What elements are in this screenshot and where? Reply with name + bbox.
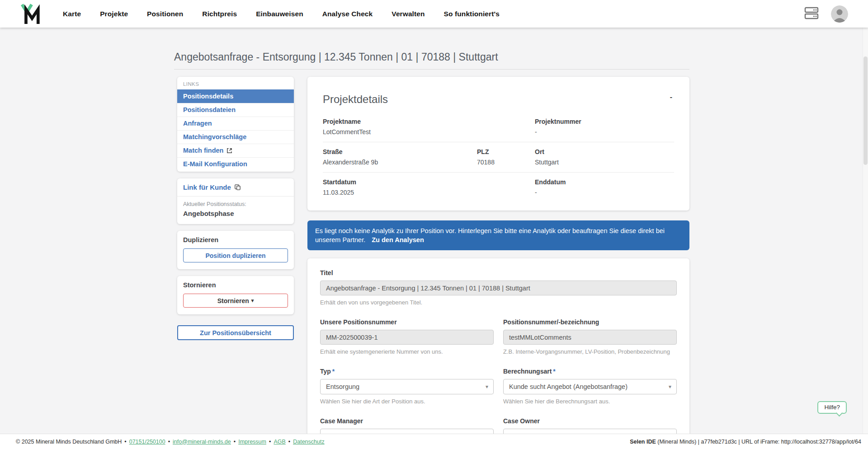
typ-label: Typ* [320,368,494,375]
cancel-button-label: Stornieren [217,297,249,304]
position-number-label: Positionsnummer/-bezeichnung [503,318,677,326]
project-details-card: Projektdetails - Projektname LotCommentT… [307,77,689,210]
typ-selected-value: Entsorgung [326,383,359,390]
sidebar-item-label: E-Mail Konfiguration [183,160,247,168]
titel-input[interactable] [320,281,677,295]
sidebar-item-match-finden[interactable]: Match finden [177,144,294,157]
divider [177,196,294,196]
berechnungsart-field-group: Berechnungsart* Kunde sucht Angebot (Ang… [503,368,677,405]
nav-item-karte[interactable]: Karte [63,10,81,18]
sidebar-item-label: Positionsdateien [183,106,236,113]
position-form-card: Titel Erhält den von uns vorgegebenen Ti… [307,258,689,449]
field-enddatum: Enddatum - [535,178,674,196]
position-overview-button[interactable]: Zur Positionsübersicht [177,325,294,340]
nav-item-projekte[interactable]: Projekte [100,10,128,18]
field-value: 70188 [477,159,535,166]
sidebar-links-header: LINKS [177,77,294,89]
copyright-text: © 2025 Mineral Minds Deutschland GmbH [16,439,122,445]
customer-link-label: Link für Kunde [183,183,231,191]
footer-separator: • [124,439,126,445]
position-number-input[interactable] [503,330,677,345]
nav-item-so-funktionierts[interactable]: So funktioniert's [444,10,500,18]
main-content: Projektdetails - Projektname LotCommentT… [307,77,689,449]
email-link[interactable]: info@mineral-minds.de [173,439,231,445]
field-label: Ort [535,148,674,155]
project-details-row: Straße Alexanderstraße 9b PLZ 70188 Ort … [323,142,674,173]
dropdown-caret-icon: ▾ [251,298,254,304]
sidebar-item-label: Match finden [183,147,223,154]
nav-item-einbauweisen[interactable]: Einbauweisen [256,10,303,18]
typ-field-group: Typ* Entsorgung ▾ Wählen Sie hier die Ar… [320,368,494,405]
footer-separator: • [269,439,271,445]
logo-mv-icon [20,3,41,25]
our-number-label: Unsere Positionsnummer [320,318,494,326]
footer-separator: • [288,439,290,445]
nav-item-richtpreis[interactable]: Richtpreis [202,10,237,18]
position-status-value: Angebotsphase [183,210,288,217]
go-to-analyses-link[interactable]: Zu den Analysen [372,236,424,243]
sidebar-item-positionsdetails[interactable]: Positionsdetails [177,89,294,103]
impressum-link[interactable]: Impressum [238,439,266,445]
typ-help-text: Wählen Sie hier die Art der Position aus… [320,398,494,405]
field-value: 11.03.2025 [323,189,535,196]
analytics-info-banner: Es liegt noch keine Analytik zu Ihrer Po… [307,220,689,250]
numbers-row: Unsere Positionsnummer Erhält eine syste… [320,318,677,355]
berechnungsart-help-text: Wählen Sie hier die Berechnungsart aus. [503,398,677,405]
field-ort: Ort Stuttgart [535,148,674,166]
mineral-minds-logo[interactable] [20,3,41,25]
banner-text: Es liegt noch keine Analytik zu Ihrer Po… [315,227,665,243]
titel-field-group: Titel Erhält den von uns vorgegebenen Ti… [320,269,677,306]
footer-separator: • [168,439,170,445]
agb-link[interactable]: AGB [274,439,285,445]
field-label: Enddatum [535,178,674,186]
nav-item-positionen[interactable]: Positionen [147,10,183,18]
help-button[interactable]: Hilfe? [817,401,847,414]
sidebar-item-email-konfiguration[interactable]: E-Mail Konfiguration [177,157,294,171]
field-projektnummer: Projektnummer - [535,118,674,136]
collapse-card-button[interactable]: - [666,91,676,103]
field-value: - [535,128,674,136]
cancel-position-button[interactable]: Stornieren ▾ [183,294,288,308]
sidebar-item-matchingvorschlaege[interactable]: Matchingvorschläge [177,130,294,144]
sidebar-item-label: Positionsdetails [183,93,233,100]
field-label: Startdatum [323,178,535,186]
customer-link-card: Link für Kunde Aktueller Positionsstatus… [177,178,294,224]
project-details-title: Projektdetails [323,93,674,106]
top-navigation-bar: Karte Projekte Positionen Richtpreis Ein… [0,0,868,28]
scrollbar-thumb[interactable] [863,56,868,165]
cancel-header: Stornieren [183,281,288,289]
typ-label-text: Typ [320,368,331,375]
user-avatar-icon[interactable] [831,5,848,23]
sidebar-item-positionsdateien[interactable]: Positionsdateien [177,103,294,117]
titel-help-text: Erhält den von uns vorgegebenen Titel. [320,299,677,306]
duplicate-card: Duplizieren Position duplizieren [177,231,294,269]
field-label: Projektname [323,118,535,125]
project-details-row: Startdatum 11.03.2025 Enddatum - [323,173,674,202]
position-number-help-text: Z.B. Interne-Vorgangsnummer, LV-Position… [503,348,677,355]
duplicate-position-button[interactable]: Position duplizieren [183,248,288,262]
ide-name: Selen IDE [630,439,656,445]
sidebar-item-anfragen[interactable]: Anfragen [177,117,294,130]
typ-select[interactable]: Entsorgung ▾ [320,379,494,394]
field-plz: PLZ 70188 [477,148,535,166]
field-value: - [535,189,674,196]
page-title: Angebotsanfrage - Entsorgung | 12.345 To… [174,51,689,63]
footer-bar: © 2025 Mineral Minds Deutschland GmbH • … [0,434,868,449]
nav-item-verwalten[interactable]: Verwalten [392,10,425,18]
sidebar-links-card: LINKS Positionsdetails Positionsdateien … [177,77,294,172]
nav-item-analyse-check[interactable]: Analyse Check [322,10,373,18]
project-details-row: Projektname LotCommentTest Projektnummer… [323,112,674,142]
berechnungsart-select[interactable]: Kunde sucht Angebot (Angebotsanfrage) ▾ [503,379,677,394]
type-row: Typ* Entsorgung ▾ Wählen Sie hier die Ar… [320,368,677,405]
titel-label: Titel [320,269,677,276]
field-startdatum: Startdatum 11.03.2025 [323,178,535,196]
phone-link[interactable]: 07151/250100 [129,439,165,445]
datenschutz-link[interactable]: Datenschutz [293,439,324,445]
customer-link[interactable]: Link für Kunde [183,183,288,191]
page-scrollbar[interactable] [863,28,868,449]
server-rows-icon[interactable] [804,7,819,21]
sidebar-item-label: Anfragen [183,120,212,127]
our-number-input[interactable] [320,330,494,345]
position-status-label: Aktueller Positionsstatus: [183,201,288,207]
page-header: Angebotsanfrage - Entsorgung | 12.345 To… [174,51,689,70]
